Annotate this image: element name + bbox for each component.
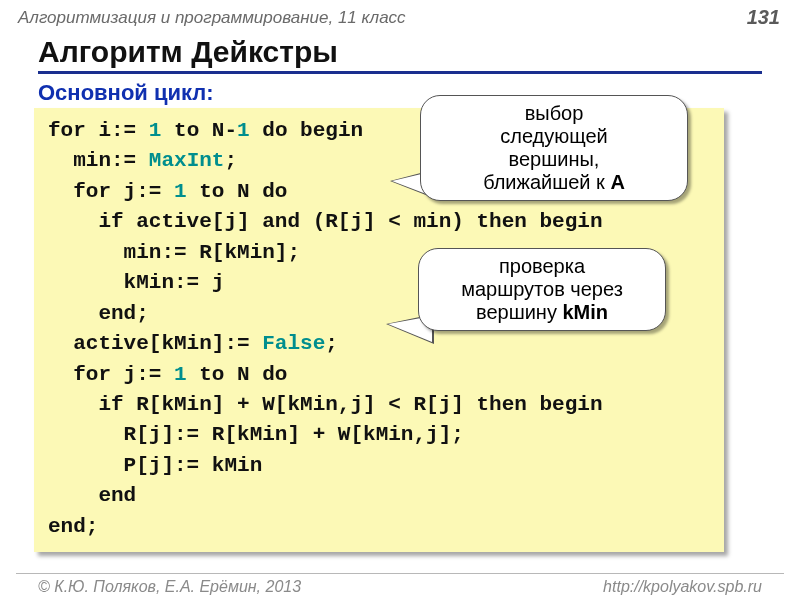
callout-1-line: следующей: [435, 125, 673, 148]
code-token: R[j]:= R[kMin] + W[kMin,j];: [48, 423, 464, 446]
footer-url: http://kpolyakov.spb.ru: [603, 578, 762, 596]
code-token: False: [262, 332, 325, 355]
code-token: P[j]:= kMin: [48, 454, 262, 477]
code-token: min:= R[kMin];: [48, 241, 300, 264]
code-token: for j:=: [48, 363, 174, 386]
callout-select-next-vertex: выбор следующей вершины, ближайшей к A: [420, 95, 688, 201]
callout-1-line: ближайшей к A: [435, 171, 673, 194]
header-bar: Алгоритмизация и программирование, 11 кл…: [0, 0, 800, 31]
code-token: for i:=: [48, 119, 149, 142]
section-subtitle: Основной цикл:: [38, 80, 800, 106]
copyright: © К.Ю. Поляков, Е.А. Ерёмин, 2013: [38, 578, 301, 596]
code-token: end;: [48, 515, 98, 538]
code-token: for j:=: [48, 180, 174, 203]
course-label: Алгоритмизация и программирование, 11 кл…: [18, 8, 406, 28]
code-token: kMin:= j: [48, 271, 224, 294]
code-token: 1: [149, 119, 162, 142]
callout-1-line: выбор: [435, 102, 673, 125]
code-token: to N do: [187, 363, 288, 386]
code-token: MaxInt: [149, 149, 225, 172]
page-title: Алгоритм Дейкстры: [38, 35, 762, 74]
callout-2-line: вершину kMin: [433, 301, 651, 324]
code-token: 1: [174, 180, 187, 203]
code-token: to N do: [187, 180, 288, 203]
code-token: active[kMin]:=: [48, 332, 262, 355]
code-token: if active[j] and (R[j] < min) then begin: [48, 210, 603, 233]
page-number: 131: [747, 6, 780, 29]
code-token: end: [48, 484, 136, 507]
code-token: ;: [224, 149, 237, 172]
callout-2-line: маршрутов через: [433, 278, 651, 301]
code-token: ;: [325, 332, 338, 355]
code-token: 1: [174, 363, 187, 386]
callout-check-routes: проверка маршрутов через вершину kMin: [418, 248, 666, 331]
code-token: to N-: [161, 119, 237, 142]
code-token: if R[kMin] + W[kMin,j] < R[j] then begin: [48, 393, 603, 416]
callout-1-line: вершины,: [435, 148, 673, 171]
code-token: end;: [48, 302, 149, 325]
code-token: 1: [237, 119, 250, 142]
callout-2-line: проверка: [433, 255, 651, 278]
footer-bar: © К.Ю. Поляков, Е.А. Ерёмин, 2013 http:/…: [16, 573, 784, 596]
code-token: do begin: [250, 119, 363, 142]
code-token: min:=: [48, 149, 149, 172]
